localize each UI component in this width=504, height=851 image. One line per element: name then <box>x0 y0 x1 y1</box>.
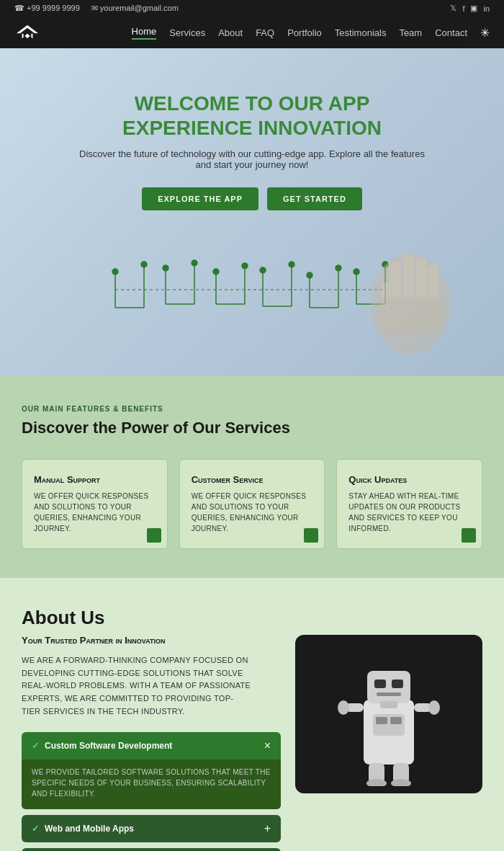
phone-number: +99 9999 9999 <box>27 4 80 12</box>
svg-rect-37 <box>378 297 443 333</box>
hero-title: WELCOME TO OUR APP EXPERIENCE INNOVATION <box>29 92 475 140</box>
email-info: ✉ youremail@gmail.com <box>91 4 179 13</box>
nav-menu: Home Services About FAQ Portfolio Testim… <box>132 26 490 40</box>
about-subtitle: Your Trusted Partner in Innovation <box>22 635 281 646</box>
topbar-contact: ☎ +99 9999 9999 ✉ youremail@gmail.com <box>14 4 179 13</box>
feature-card-1: Customer Service We offer quick response… <box>179 459 325 549</box>
svg-point-49 <box>338 700 349 715</box>
svg-point-9 <box>192 260 197 266</box>
logo-icon <box>14 24 40 41</box>
nav-portfolio[interactable]: Portfolio <box>287 27 322 38</box>
features-label: OUR MAIN FEATURES & BENEFITS <box>22 405 482 413</box>
twitter-icon[interactable]: 𝕏 <box>450 4 456 13</box>
hero-title-green: EXPERIENCE INNOVATION <box>122 117 382 139</box>
feature-card-0: Manual Support We offer quick responses … <box>22 459 168 549</box>
accordion-header-1[interactable]: ✓ Web and Mobile Apps + <box>22 815 281 842</box>
feature-card-0-title: Manual Support <box>34 474 156 485</box>
topbar: ☎ +99 9999 9999 ✉ youremail@gmail.com 𝕏 … <box>0 0 504 17</box>
linkedin-icon[interactable]: in <box>483 4 490 13</box>
svg-rect-43 <box>380 701 397 708</box>
robot-image <box>331 642 446 786</box>
svg-rect-35 <box>428 264 438 300</box>
email-icon: ✉ <box>91 4 100 12</box>
nav-services[interactable]: Services <box>169 27 205 38</box>
svg-point-21 <box>307 272 312 278</box>
hero-subtitle: Discover the future of technology with o… <box>79 148 425 170</box>
instagram-icon[interactable]: ▣ <box>470 4 477 13</box>
nav-about[interactable]: About <box>218 27 243 38</box>
about-right <box>295 635 482 851</box>
accordion-check-icon-1: ✓ <box>32 824 39 834</box>
phone-icon: ☎ <box>14 4 27 12</box>
email-address: youremail@gmail.com <box>100 4 179 12</box>
feature-card-1-text: We offer quick responses and solutions t… <box>192 491 313 534</box>
feature-card-0-corner <box>147 528 161 543</box>
nav-faq[interactable]: FAQ <box>256 27 274 38</box>
svg-rect-46 <box>390 717 402 724</box>
svg-point-1 <box>112 269 118 275</box>
svg-rect-39 <box>367 671 410 703</box>
facebook-icon[interactable]: f <box>462 4 464 13</box>
svg-point-16 <box>260 267 266 273</box>
svg-rect-33 <box>403 254 415 300</box>
about-image <box>295 635 482 793</box>
svg-point-11 <box>213 269 219 275</box>
navbar: Home Services About FAQ Portfolio Testim… <box>0 17 504 48</box>
accordion-header-0-left: ✓ Custom Software Development <box>32 741 172 751</box>
nav-home[interactable]: Home <box>132 26 157 40</box>
hero-visual <box>29 232 475 362</box>
feature-card-1-title: Customer Service <box>192 474 313 485</box>
svg-point-4 <box>141 262 147 267</box>
accordion-item-1[interactable]: ✓ Web and Mobile Apps + <box>22 815 281 842</box>
hero-section: WELCOME TO OUR APP EXPERIENCE INNOVATION… <box>0 48 504 376</box>
svg-point-6 <box>163 265 168 271</box>
logo[interactable] <box>14 24 40 41</box>
accordion-header-0[interactable]: ✓ Custom Software Development × <box>22 732 281 759</box>
about-section: About Us Your Trusted Partner in Innovat… <box>0 578 504 851</box>
hero-hand <box>331 246 461 362</box>
accordion-title-1: Web and Mobile Apps <box>45 824 134 834</box>
accordion-item-2[interactable]: ✓ UI/UX Design + <box>22 848 281 851</box>
svg-rect-42 <box>377 692 401 696</box>
nav-contact[interactable]: Contact <box>435 27 467 38</box>
settings-icon[interactable]: ✳ <box>480 26 490 40</box>
feature-card-2-corner <box>462 528 476 543</box>
svg-rect-41 <box>392 680 403 688</box>
feature-card-0-text: We offer quick responses and solutions t… <box>34 491 156 534</box>
hero-title-black: WELCOME TO OUR APP <box>135 92 370 115</box>
hero-buttons: EXPLORE THE APP GET STARTED <box>29 187 475 210</box>
about-content: Your Trusted Partner in Innovation We ar… <box>22 635 482 851</box>
nav-team[interactable]: Team <box>399 27 422 38</box>
nav-testimonials[interactable]: Testimonials <box>335 27 387 38</box>
accordion-toggle-1[interactable]: + <box>264 822 271 835</box>
feature-card-1-corner <box>304 528 318 543</box>
get-started-button[interactable]: GET STARTED <box>267 187 362 210</box>
features-title: Discover the Power of Our Services <box>22 419 482 437</box>
social-links: 𝕏 f ▣ in <box>450 4 490 13</box>
accordion-toggle-0[interactable]: × <box>264 739 271 752</box>
about-text: We are a forward-thinking company focuse… <box>22 654 252 718</box>
svg-point-19 <box>289 262 294 267</box>
accordion-header-1-left: ✓ Web and Mobile Apps <box>32 824 134 834</box>
features-section: OUR MAIN FEATURES & BENEFITS Discover th… <box>0 376 504 578</box>
about-left: Your Trusted Partner in Innovation We ar… <box>22 635 281 851</box>
feature-card-2-text: Stay ahead with real-time updates on our… <box>348 491 470 534</box>
accordion-check-icon-0: ✓ <box>32 741 39 751</box>
features-cards: Manual Support We offer quick responses … <box>22 459 482 549</box>
svg-point-14 <box>242 263 248 269</box>
svg-rect-34 <box>416 257 427 300</box>
accordion-header-2[interactable]: ✓ UI/UX Design + <box>22 848 281 851</box>
feature-card-2-title: Quick Updates <box>348 474 470 485</box>
accordion-item-0[interactable]: ✓ Custom Software Development × We provi… <box>22 732 281 809</box>
svg-rect-45 <box>376 717 387 724</box>
svg-point-50 <box>428 700 440 715</box>
phone-info: ☎ +99 9999 9999 <box>14 4 80 13</box>
feature-card-2: Quick Updates Stay ahead with real-time … <box>336 459 482 549</box>
accordion-title-0: Custom Software Development <box>45 741 172 751</box>
svg-rect-40 <box>374 680 386 688</box>
accordion-body-0: We provide tailored software solutions t… <box>22 759 281 809</box>
about-title: About Us <box>22 607 482 629</box>
explore-button[interactable]: EXPLORE THE APP <box>142 187 258 210</box>
